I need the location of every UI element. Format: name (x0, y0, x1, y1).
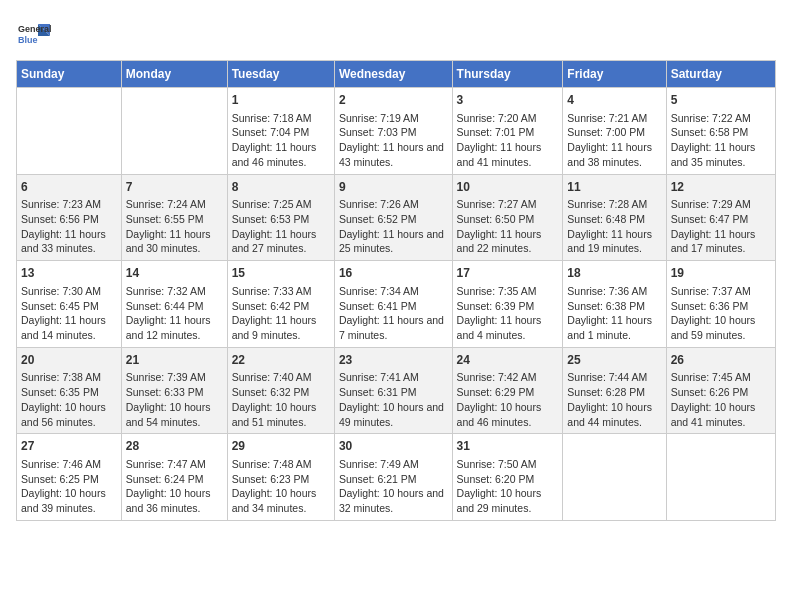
cell-content: Sunrise: 7:27 AMSunset: 6:50 PMDaylight:… (457, 197, 559, 256)
calendar-cell (121, 88, 227, 175)
day-number: 6 (21, 179, 117, 196)
cell-content: Sunrise: 7:29 AMSunset: 6:47 PMDaylight:… (671, 197, 771, 256)
calendar-cell (17, 88, 122, 175)
day-number: 24 (457, 352, 559, 369)
calendar-cell: 6Sunrise: 7:23 AMSunset: 6:56 PMDaylight… (17, 174, 122, 261)
calendar-cell: 22Sunrise: 7:40 AMSunset: 6:32 PMDayligh… (227, 347, 334, 434)
day-of-week-header: Sunday (17, 61, 122, 88)
day-number: 14 (126, 265, 223, 282)
calendar-cell: 9Sunrise: 7:26 AMSunset: 6:52 PMDaylight… (334, 174, 452, 261)
day-number: 27 (21, 438, 117, 455)
day-of-week-header: Friday (563, 61, 666, 88)
cell-content: Sunrise: 7:42 AMSunset: 6:29 PMDaylight:… (457, 370, 559, 429)
day-number: 11 (567, 179, 661, 196)
cell-content: Sunrise: 7:38 AMSunset: 6:35 PMDaylight:… (21, 370, 117, 429)
cell-content: Sunrise: 7:20 AMSunset: 7:01 PMDaylight:… (457, 111, 559, 170)
cell-content: Sunrise: 7:50 AMSunset: 6:20 PMDaylight:… (457, 457, 559, 516)
day-number: 17 (457, 265, 559, 282)
logo: General Blue (16, 16, 52, 52)
calendar-cell: 28Sunrise: 7:47 AMSunset: 6:24 PMDayligh… (121, 434, 227, 521)
day-number: 7 (126, 179, 223, 196)
day-number: 23 (339, 352, 448, 369)
day-number: 15 (232, 265, 330, 282)
calendar-table: SundayMondayTuesdayWednesdayThursdayFrid… (16, 60, 776, 521)
cell-content: Sunrise: 7:21 AMSunset: 7:00 PMDaylight:… (567, 111, 661, 170)
cell-content: Sunrise: 7:26 AMSunset: 6:52 PMDaylight:… (339, 197, 448, 256)
day-number: 19 (671, 265, 771, 282)
calendar-cell: 13Sunrise: 7:30 AMSunset: 6:45 PMDayligh… (17, 261, 122, 348)
calendar-week-row: 20Sunrise: 7:38 AMSunset: 6:35 PMDayligh… (17, 347, 776, 434)
logo-icon: General Blue (16, 16, 52, 52)
calendar-week-row: 13Sunrise: 7:30 AMSunset: 6:45 PMDayligh… (17, 261, 776, 348)
calendar-cell: 21Sunrise: 7:39 AMSunset: 6:33 PMDayligh… (121, 347, 227, 434)
day-number: 29 (232, 438, 330, 455)
calendar-cell: 29Sunrise: 7:48 AMSunset: 6:23 PMDayligh… (227, 434, 334, 521)
day-number: 13 (21, 265, 117, 282)
cell-content: Sunrise: 7:41 AMSunset: 6:31 PMDaylight:… (339, 370, 448, 429)
calendar-cell: 10Sunrise: 7:27 AMSunset: 6:50 PMDayligh… (452, 174, 563, 261)
cell-content: Sunrise: 7:39 AMSunset: 6:33 PMDaylight:… (126, 370, 223, 429)
day-number: 8 (232, 179, 330, 196)
calendar-cell: 4Sunrise: 7:21 AMSunset: 7:00 PMDaylight… (563, 88, 666, 175)
day-number: 2 (339, 92, 448, 109)
day-number: 18 (567, 265, 661, 282)
calendar-cell (666, 434, 775, 521)
cell-content: Sunrise: 7:25 AMSunset: 6:53 PMDaylight:… (232, 197, 330, 256)
calendar-cell (563, 434, 666, 521)
cell-content: Sunrise: 7:28 AMSunset: 6:48 PMDaylight:… (567, 197, 661, 256)
cell-content: Sunrise: 7:40 AMSunset: 6:32 PMDaylight:… (232, 370, 330, 429)
cell-content: Sunrise: 7:36 AMSunset: 6:38 PMDaylight:… (567, 284, 661, 343)
day-number: 26 (671, 352, 771, 369)
cell-content: Sunrise: 7:48 AMSunset: 6:23 PMDaylight:… (232, 457, 330, 516)
cell-content: Sunrise: 7:47 AMSunset: 6:24 PMDaylight:… (126, 457, 223, 516)
cell-content: Sunrise: 7:23 AMSunset: 6:56 PMDaylight:… (21, 197, 117, 256)
calendar-cell: 2Sunrise: 7:19 AMSunset: 7:03 PMDaylight… (334, 88, 452, 175)
calendar-week-row: 1Sunrise: 7:18 AMSunset: 7:04 PMDaylight… (17, 88, 776, 175)
cell-content: Sunrise: 7:35 AMSunset: 6:39 PMDaylight:… (457, 284, 559, 343)
calendar-cell: 12Sunrise: 7:29 AMSunset: 6:47 PMDayligh… (666, 174, 775, 261)
cell-content: Sunrise: 7:19 AMSunset: 7:03 PMDaylight:… (339, 111, 448, 170)
day-number: 28 (126, 438, 223, 455)
calendar-cell: 16Sunrise: 7:34 AMSunset: 6:41 PMDayligh… (334, 261, 452, 348)
cell-content: Sunrise: 7:44 AMSunset: 6:28 PMDaylight:… (567, 370, 661, 429)
day-number: 31 (457, 438, 559, 455)
calendar-cell: 25Sunrise: 7:44 AMSunset: 6:28 PMDayligh… (563, 347, 666, 434)
calendar-cell: 1Sunrise: 7:18 AMSunset: 7:04 PMDaylight… (227, 88, 334, 175)
calendar-cell: 17Sunrise: 7:35 AMSunset: 6:39 PMDayligh… (452, 261, 563, 348)
calendar-cell: 5Sunrise: 7:22 AMSunset: 6:58 PMDaylight… (666, 88, 775, 175)
calendar-cell: 24Sunrise: 7:42 AMSunset: 6:29 PMDayligh… (452, 347, 563, 434)
calendar-cell: 30Sunrise: 7:49 AMSunset: 6:21 PMDayligh… (334, 434, 452, 521)
day-number: 21 (126, 352, 223, 369)
day-number: 1 (232, 92, 330, 109)
calendar-cell: 14Sunrise: 7:32 AMSunset: 6:44 PMDayligh… (121, 261, 227, 348)
calendar-week-row: 6Sunrise: 7:23 AMSunset: 6:56 PMDaylight… (17, 174, 776, 261)
day-number: 22 (232, 352, 330, 369)
calendar-cell: 19Sunrise: 7:37 AMSunset: 6:36 PMDayligh… (666, 261, 775, 348)
day-number: 10 (457, 179, 559, 196)
day-of-week-header: Wednesday (334, 61, 452, 88)
day-number: 4 (567, 92, 661, 109)
cell-content: Sunrise: 7:32 AMSunset: 6:44 PMDaylight:… (126, 284, 223, 343)
day-number: 9 (339, 179, 448, 196)
page-header: General Blue (16, 16, 776, 52)
calendar-cell: 27Sunrise: 7:46 AMSunset: 6:25 PMDayligh… (17, 434, 122, 521)
calendar-cell: 20Sunrise: 7:38 AMSunset: 6:35 PMDayligh… (17, 347, 122, 434)
cell-content: Sunrise: 7:49 AMSunset: 6:21 PMDaylight:… (339, 457, 448, 516)
day-of-week-header: Saturday (666, 61, 775, 88)
calendar-cell: 15Sunrise: 7:33 AMSunset: 6:42 PMDayligh… (227, 261, 334, 348)
day-of-week-header: Thursday (452, 61, 563, 88)
day-of-week-header: Tuesday (227, 61, 334, 88)
calendar-week-row: 27Sunrise: 7:46 AMSunset: 6:25 PMDayligh… (17, 434, 776, 521)
day-number: 25 (567, 352, 661, 369)
calendar-cell: 31Sunrise: 7:50 AMSunset: 6:20 PMDayligh… (452, 434, 563, 521)
cell-content: Sunrise: 7:30 AMSunset: 6:45 PMDaylight:… (21, 284, 117, 343)
calendar-header-row: SundayMondayTuesdayWednesdayThursdayFrid… (17, 61, 776, 88)
calendar-cell: 18Sunrise: 7:36 AMSunset: 6:38 PMDayligh… (563, 261, 666, 348)
calendar-cell: 3Sunrise: 7:20 AMSunset: 7:01 PMDaylight… (452, 88, 563, 175)
day-number: 16 (339, 265, 448, 282)
cell-content: Sunrise: 7:33 AMSunset: 6:42 PMDaylight:… (232, 284, 330, 343)
cell-content: Sunrise: 7:18 AMSunset: 7:04 PMDaylight:… (232, 111, 330, 170)
day-number: 3 (457, 92, 559, 109)
cell-content: Sunrise: 7:34 AMSunset: 6:41 PMDaylight:… (339, 284, 448, 343)
svg-text:General: General (18, 24, 52, 34)
